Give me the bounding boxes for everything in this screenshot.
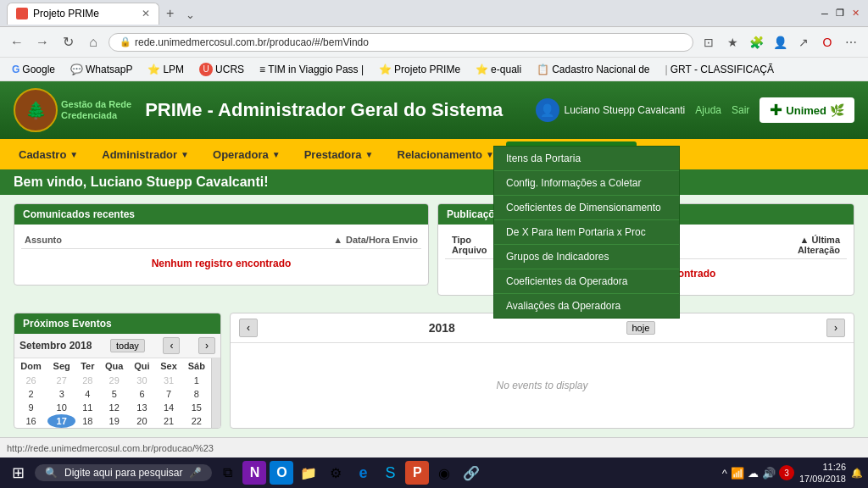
cal-day[interactable]: 5 xyxy=(99,387,129,401)
cal-day[interactable]: 10 xyxy=(47,401,75,414)
cal-day[interactable]: 13 xyxy=(129,401,155,414)
reload-button[interactable]: ↻ xyxy=(58,32,78,53)
cal-day[interactable]: 22 xyxy=(182,414,210,428)
cal-day[interactable]: 9 xyxy=(14,401,47,414)
restore-button[interactable]: ❐ xyxy=(834,8,846,19)
bookmark-google[interactable]: G Google xyxy=(7,62,60,77)
cal-day[interactable]: 21 xyxy=(155,414,182,428)
cal-day[interactable]: 20 xyxy=(129,414,155,428)
nav-prestadora[interactable]: Prestadora ▼ xyxy=(292,141,386,168)
back-button[interactable]: ← xyxy=(7,32,27,53)
bookmark-button[interactable]: ★ xyxy=(722,32,743,53)
sort-arrow-icon: ▲ xyxy=(333,235,342,245)
cal-day[interactable]: 7 xyxy=(155,387,182,401)
search-area[interactable]: 🔍 Digite aqui para pesquisar 🎤 xyxy=(35,464,212,481)
extensions-button[interactable]: 🧩 xyxy=(746,32,766,53)
profile-button[interactable]: 👤 xyxy=(770,32,790,53)
taskbar-explorer[interactable]: 📁 xyxy=(297,461,320,485)
exit-link[interactable]: Sair xyxy=(732,104,749,116)
nav-relacionamento[interactable]: Relacionamento ▼ xyxy=(386,141,506,168)
url-bar[interactable]: 🔒 rede.unimedmercosul.com.br/producao/#/… xyxy=(108,33,693,52)
bookmark-lpm[interactable]: ⭐ LPM xyxy=(142,62,189,77)
cal-day[interactable]: 30 xyxy=(129,374,155,387)
forward-button[interactable]: → xyxy=(32,32,53,53)
cal-day[interactable]: 18 xyxy=(75,414,99,428)
bookmark-whatsapp[interactable]: 💬 WhatsapP xyxy=(65,62,137,77)
start-button[interactable]: ⊞ xyxy=(5,460,31,485)
home-button[interactable]: ⌂ xyxy=(83,32,103,53)
tab-close-button[interactable]: ✕ xyxy=(142,8,150,19)
subject-column-header: Assunto xyxy=(25,235,218,245)
notification-badge[interactable]: 3 xyxy=(779,465,794,480)
today-button[interactable]: today xyxy=(110,339,145,352)
taskbar-time-area[interactable]: 11:26 17/09/2018 xyxy=(799,461,846,485)
events-next-button[interactable]: › xyxy=(826,319,845,337)
calendar-scrollbar[interactable] xyxy=(211,358,220,428)
cal-day[interactable]: 11 xyxy=(75,401,99,414)
cal-day[interactable]: 3 xyxy=(47,387,75,401)
cal-day[interactable]: 1 xyxy=(182,374,210,387)
minimize-button[interactable]: ─ xyxy=(819,8,831,19)
cal-day[interactable]: 4 xyxy=(75,387,99,401)
close-button[interactable]: ✕ xyxy=(849,8,861,19)
taskbar-powerpoint[interactable]: P xyxy=(405,461,429,485)
cal-day[interactable]: 28 xyxy=(75,374,99,387)
new-tab-button[interactable]: + xyxy=(159,3,181,25)
taskbar-skype[interactable]: S xyxy=(378,461,402,485)
sound-icon[interactable]: 🔊 xyxy=(762,467,776,480)
cal-day[interactable]: 2 xyxy=(14,387,47,401)
network-icon[interactable]: 📶 xyxy=(731,467,744,480)
cal-day[interactable]: 31 xyxy=(155,374,182,387)
cloud-icon[interactable]: ☁ xyxy=(748,467,759,480)
events-today-button[interactable]: hoje xyxy=(626,321,656,335)
cal-day[interactable]: 26 xyxy=(14,374,47,387)
menu-item-de-x-para[interactable]: De X Para Item Portaria x Proc xyxy=(494,220,679,245)
welcome-bar: Bem vindo, Luciano Stuepp Cavalcanti! xyxy=(0,169,868,195)
bookmark-e-quali[interactable]: ⭐ e-quali xyxy=(470,62,526,77)
cast-button[interactable]: ⊡ xyxy=(698,32,719,53)
cal-day[interactable]: 6 xyxy=(129,387,155,401)
calendar-next-button[interactable]: › xyxy=(198,337,215,354)
cal-day[interactable]: 16 xyxy=(14,414,47,428)
menu-button[interactable]: ⋯ xyxy=(841,32,861,53)
calendar-prev-button[interactable]: ‹ xyxy=(163,337,180,354)
menu-item-coeficientes-operadora[interactable]: Coeficientes da Operadora xyxy=(494,269,679,294)
events-prev-button[interactable]: ‹ xyxy=(239,319,258,337)
taskbar-task-view[interactable]: ⧉ xyxy=(215,461,239,485)
notification-button[interactable]: 🔔 xyxy=(851,468,863,479)
tab-menu-button[interactable]: ⌄ xyxy=(181,5,200,25)
cal-day[interactable]: 27 xyxy=(47,374,75,387)
cal-day[interactable]: 14 xyxy=(155,401,182,414)
chevron-icon[interactable]: ^ xyxy=(722,467,727,480)
active-tab[interactable]: Projeto PRIMe ✕ xyxy=(7,3,159,25)
bookmark-grt[interactable]: | GRT - CLASSIFICAÇÃ xyxy=(660,62,779,77)
cal-day-today[interactable]: 17 xyxy=(47,414,75,428)
menu-item-coeficientes-dimensionamento[interactable]: Coeficientes de Dimensionamento xyxy=(494,196,679,220)
taskbar-app5[interactable]: ⚙ xyxy=(324,461,348,485)
taskbar-edge[interactable]: e xyxy=(351,461,375,485)
share-button[interactable]: ↗ xyxy=(793,32,814,53)
taskbar-onenote[interactable]: N xyxy=(242,461,266,485)
bookmark-tim[interactable]: ≡ TIM in Viaggio Pass | xyxy=(254,62,369,77)
cal-day[interactable]: 15 xyxy=(182,401,210,414)
bookmark-projeto-prime[interactable]: ⭐ Projeto PRIMe xyxy=(374,62,465,77)
menu-item-avaliacoes-operadora[interactable]: Avaliações da Operadora xyxy=(494,294,679,318)
taskbar-app8[interactable]: ◉ xyxy=(432,461,456,485)
menu-item-config-informacoes[interactable]: Config. Informações a Coletar xyxy=(494,171,679,196)
nav-administrador[interactable]: Administrador ▼ xyxy=(90,141,201,168)
cal-day[interactable]: 19 xyxy=(99,414,129,428)
opera-button[interactable]: O xyxy=(817,32,837,53)
help-link[interactable]: Ajuda xyxy=(695,104,721,116)
taskbar-outlook[interactable]: O xyxy=(270,461,293,485)
menu-item-grupos-indicadores[interactable]: Grupos de Indicadores xyxy=(494,245,679,269)
cal-day[interactable]: 12 xyxy=(99,401,129,414)
bookmark-ucrs[interactable]: U UCRS xyxy=(194,61,249,78)
cal-day[interactable]: 29 xyxy=(99,374,129,387)
tim-icon: ≡ xyxy=(259,64,265,75)
menu-item-itens-portaria[interactable]: Itens da Portaria xyxy=(494,147,679,171)
bookmark-cadastro[interactable]: 📋 Cadastro Nacional de xyxy=(531,62,654,77)
nav-cadastro[interactable]: Cadastro ▼ xyxy=(7,141,90,168)
taskbar-app9[interactable]: 🔗 xyxy=(459,461,483,485)
cal-day[interactable]: 8 xyxy=(182,387,210,401)
nav-operadora[interactable]: Operadora ▼ xyxy=(201,141,292,168)
